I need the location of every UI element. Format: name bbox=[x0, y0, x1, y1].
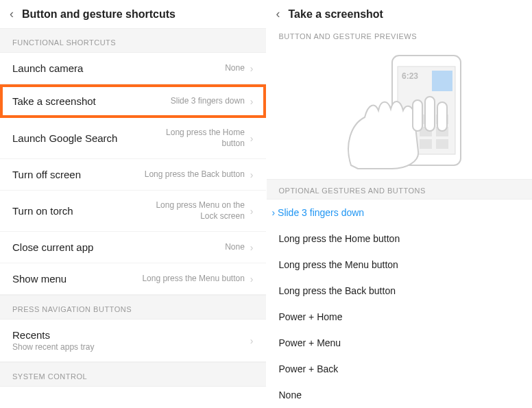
row-label: Launch Google Search bbox=[12, 132, 142, 144]
section-preview: BUTTON AND GESTURE PREVIEWS bbox=[267, 28, 533, 45]
row-value: Long press the Back button bbox=[145, 169, 245, 180]
row-take-screenshot[interactable]: Take a screenshot Slide 3 fingers down › bbox=[0, 84, 266, 118]
row-value: Long press Menu on the Lock screen bbox=[142, 200, 245, 221]
svg-rect-10 bbox=[420, 139, 432, 149]
section-system-control: SYSTEM CONTROL bbox=[0, 362, 266, 387]
chevron-right-icon: › bbox=[250, 242, 254, 253]
row-value: None bbox=[225, 63, 245, 74]
option-none[interactable]: None bbox=[267, 382, 533, 408]
svg-rect-11 bbox=[436, 139, 448, 149]
row-label: Launch camera bbox=[12, 62, 225, 74]
option-long-press-back[interactable]: Long press the Back button bbox=[267, 278, 533, 304]
chevron-right-icon: › bbox=[250, 63, 254, 74]
row-recents[interactable]: Recents Show recent apps tray › bbox=[0, 320, 266, 362]
screen-shortcuts-list: ‹ Button and gesture shortcuts FUNCTIONA… bbox=[0, 0, 267, 408]
page-title: Take a screenshot bbox=[289, 8, 383, 21]
gesture-preview-illustration: 6:23 bbox=[310, 49, 488, 172]
screen-take-screenshot: ‹ Take a screenshot BUTTON AND GESTURE P… bbox=[267, 0, 533, 408]
back-icon[interactable]: ‹ bbox=[10, 7, 14, 21]
svg-rect-2 bbox=[432, 71, 452, 91]
row-launch-camera[interactable]: Launch camera None › bbox=[0, 53, 266, 84]
svg-rect-14 bbox=[437, 102, 447, 131]
option-power-menu[interactable]: Power + Menu bbox=[267, 330, 533, 356]
chevron-right-icon: › bbox=[250, 274, 254, 285]
back-icon[interactable]: ‹ bbox=[276, 7, 280, 21]
option-long-press-home[interactable]: Long press the Home button bbox=[267, 226, 533, 252]
page-title: Button and gesture shortcuts bbox=[22, 8, 176, 21]
row-value: None bbox=[225, 242, 245, 253]
row-turn-on-torch[interactable]: Turn on torch Long press Menu on the Loc… bbox=[0, 191, 266, 232]
row-google-search[interactable]: Launch Google Search Long press the Home… bbox=[0, 118, 266, 159]
option-long-press-menu[interactable]: Long press the Menu button bbox=[267, 252, 533, 278]
row-turn-off-screen[interactable]: Turn off screen Long press the Back butt… bbox=[0, 159, 266, 191]
row-value: Long press the Home button bbox=[142, 128, 245, 149]
chevron-right-icon: › bbox=[250, 96, 254, 107]
option-power-home[interactable]: Power + Home bbox=[267, 304, 533, 330]
svg-rect-13 bbox=[425, 97, 435, 131]
option-slide-3-fingers[interactable]: Slide 3 fingers down bbox=[267, 200, 533, 226]
section-options: OPTIONAL GESTURES AND BUTTONS bbox=[267, 179, 533, 200]
row-label-text: Recents bbox=[12, 329, 50, 341]
section-functional: FUNCTIONAL SHORTCUTS bbox=[0, 28, 266, 53]
gesture-preview: 6:23 bbox=[267, 45, 533, 179]
svg-rect-12 bbox=[413, 100, 422, 131]
option-power-back[interactable]: Power + Back bbox=[267, 356, 533, 382]
row-label: Close current app bbox=[12, 241, 225, 253]
row-sublabel: Show recent apps tray bbox=[12, 342, 250, 352]
chevron-right-icon: › bbox=[250, 169, 254, 180]
row-label: Turn off screen bbox=[12, 169, 145, 180]
chevron-right-icon: › bbox=[250, 206, 254, 217]
row-show-menu[interactable]: Show menu Long press the Menu button › bbox=[0, 263, 266, 295]
header: ‹ Take a screenshot bbox=[267, 0, 533, 28]
row-value: Slide 3 fingers down bbox=[171, 96, 245, 107]
chevron-right-icon: › bbox=[250, 133, 254, 144]
row-value: Long press the Menu button bbox=[142, 274, 244, 285]
section-press-nav: PRESS NAVIGATION BUTTONS bbox=[0, 295, 266, 320]
chevron-right-icon: › bbox=[250, 335, 254, 346]
row-label: Recents Show recent apps tray bbox=[12, 329, 250, 352]
header: ‹ Button and gesture shortcuts bbox=[0, 0, 266, 28]
row-label: Take a screenshot bbox=[12, 95, 171, 107]
row-close-current-app[interactable]: Close current app None › bbox=[0, 232, 266, 263]
preview-time: 6:23 bbox=[402, 71, 418, 81]
row-label: Show menu bbox=[12, 273, 142, 285]
row-label: Turn on torch bbox=[12, 205, 142, 217]
